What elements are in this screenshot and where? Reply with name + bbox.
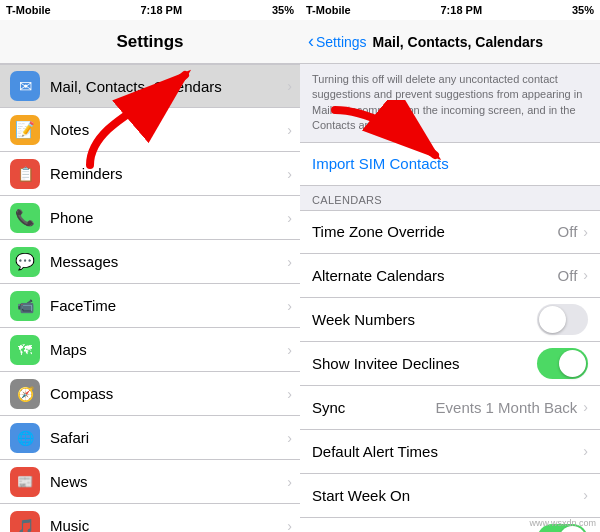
alternate-label: Alternate Calendars: [312, 267, 558, 284]
right-item-start-week[interactable]: Start Week On ›: [300, 474, 600, 518]
safari-chevron: ›: [287, 430, 292, 446]
settings-item-news[interactable]: 📰 News ›: [0, 460, 300, 504]
left-battery: 35%: [272, 4, 294, 16]
settings-item-messages[interactable]: 💬 Messages ›: [0, 240, 300, 284]
right-item-sync[interactable]: Sync Events 1 Month Back ›: [300, 386, 600, 430]
contacts-info-text: Turning this off will delete any unconta…: [312, 73, 582, 131]
mail-chevron: ›: [287, 78, 292, 94]
sync-label: Sync: [312, 399, 436, 416]
news-icon: 📰: [10, 467, 40, 497]
maps-icon: 🗺: [10, 335, 40, 365]
alert-label: Default Alert Times: [312, 443, 583, 460]
news-chevron: ›: [287, 474, 292, 490]
left-panel: T-Mobile 7:18 PM 35% Settings ✉ Mail, Co…: [0, 0, 300, 532]
timezone-value: Off: [558, 223, 578, 240]
music-label: Music: [50, 517, 283, 532]
right-title: Mail, Contacts, Calendars: [373, 34, 592, 50]
watermark: www.wsxdn.com: [529, 518, 596, 528]
reminders-label: Reminders: [50, 165, 283, 182]
settings-item-facetime[interactable]: 📹 FaceTime ›: [0, 284, 300, 328]
maps-label: Maps: [50, 341, 283, 358]
contacts-info-box: Turning this off will delete any unconta…: [300, 64, 600, 142]
notes-label: Notes: [50, 121, 283, 138]
settings-item-safari[interactable]: 🌐 Safari ›: [0, 416, 300, 460]
right-carrier: T-Mobile: [306, 4, 351, 16]
settings-item-mail[interactable]: ✉ Mail, Contacts, Calendars ›: [0, 64, 300, 108]
right-settings-list: Time Zone Override Off › Alternate Calen…: [300, 210, 600, 532]
toggle-knob: [539, 306, 566, 333]
facetime-chevron: ›: [287, 298, 292, 314]
right-item-alert[interactable]: Default Alert Times ›: [300, 430, 600, 474]
invitee-toggle-knob: [559, 350, 586, 377]
right-item-timezone[interactable]: Time Zone Override Off ›: [300, 210, 600, 254]
notes-icon: 📝: [10, 115, 40, 145]
settings-item-reminders[interactable]: 📋 Reminders ›: [0, 152, 300, 196]
right-content: Turning this off will delete any unconta…: [300, 64, 600, 532]
left-title: Settings: [116, 32, 183, 52]
music-chevron: ›: [287, 518, 292, 533]
safari-icon: 🌐: [10, 423, 40, 453]
week-numbers-toggle[interactable]: [537, 304, 588, 335]
messages-label: Messages: [50, 253, 283, 270]
messages-icon: 💬: [10, 247, 40, 277]
sync-value: Events 1 Month Back: [436, 399, 578, 416]
invitee-label: Show Invitee Declines: [312, 355, 537, 372]
left-time: 7:18 PM: [141, 4, 183, 16]
start-week-chevron: ›: [583, 487, 588, 503]
compass-label: Compass: [50, 385, 283, 402]
sync-chevron: ›: [583, 399, 588, 415]
right-item-alternate[interactable]: Alternate Calendars Off ›: [300, 254, 600, 298]
alternate-value: Off: [558, 267, 578, 284]
right-nav-bar: ‹ Settings Mail, Contacts, Calendars: [300, 20, 600, 64]
facetime-icon: 📹: [10, 291, 40, 321]
right-panel: T-Mobile 7:18 PM 35% ‹ Settings Mail, Co…: [300, 0, 600, 532]
phone-icon: 📞: [10, 203, 40, 233]
import-sim-button[interactable]: Import SIM Contacts: [300, 142, 600, 186]
mail-icon: ✉: [10, 71, 40, 101]
back-button[interactable]: ‹ Settings: [308, 31, 367, 52]
left-nav-bar: Settings: [0, 20, 300, 64]
import-sim-label: Import SIM Contacts: [312, 155, 449, 172]
settings-item-music[interactable]: 🎵 Music ›: [0, 504, 300, 532]
back-label: Settings: [316, 34, 367, 50]
reminders-chevron: ›: [287, 166, 292, 182]
compass-icon: 🧭: [10, 379, 40, 409]
alert-chevron: ›: [583, 443, 588, 459]
maps-chevron: ›: [287, 342, 292, 358]
right-item-invitee[interactable]: Show Invitee Declines: [300, 342, 600, 386]
settings-item-compass[interactable]: 🧭 Compass ›: [0, 372, 300, 416]
left-status-bar: T-Mobile 7:18 PM 35%: [0, 0, 300, 20]
compass-chevron: ›: [287, 386, 292, 402]
calendars-section-label: CALENDARS: [312, 194, 382, 206]
settings-item-notes[interactable]: 📝 Notes ›: [0, 108, 300, 152]
reminders-icon: 📋: [10, 159, 40, 189]
phone-label: Phone: [50, 209, 283, 226]
invitee-toggle[interactable]: [537, 348, 588, 379]
timezone-label: Time Zone Override: [312, 223, 558, 240]
settings-item-phone[interactable]: 📞 Phone ›: [0, 196, 300, 240]
right-item-week-numbers[interactable]: Week Numbers: [300, 298, 600, 342]
back-chevron-icon: ‹: [308, 31, 314, 52]
phone-chevron: ›: [287, 210, 292, 226]
start-week-label: Start Week On: [312, 487, 583, 504]
right-status-bar: T-Mobile 7:18 PM 35%: [300, 0, 600, 20]
music-icon: 🎵: [10, 511, 40, 533]
notes-chevron: ›: [287, 122, 292, 138]
settings-item-maps[interactable]: 🗺 Maps ›: [0, 328, 300, 372]
left-carrier: T-Mobile: [6, 4, 51, 16]
news-label: News: [50, 473, 283, 490]
calendars-section-header: CALENDARS: [300, 186, 600, 210]
alternate-chevron: ›: [583, 267, 588, 283]
facetime-label: FaceTime: [50, 297, 283, 314]
right-battery: 35%: [572, 4, 594, 16]
messages-chevron: ›: [287, 254, 292, 270]
safari-label: Safari: [50, 429, 283, 446]
left-settings-list: ✉ Mail, Contacts, Calendars › 📝 Notes › …: [0, 64, 300, 532]
week-numbers-label: Week Numbers: [312, 311, 537, 328]
mail-label: Mail, Contacts, Calendars: [50, 78, 283, 95]
timezone-chevron: ›: [583, 224, 588, 240]
right-time: 7:18 PM: [441, 4, 483, 16]
